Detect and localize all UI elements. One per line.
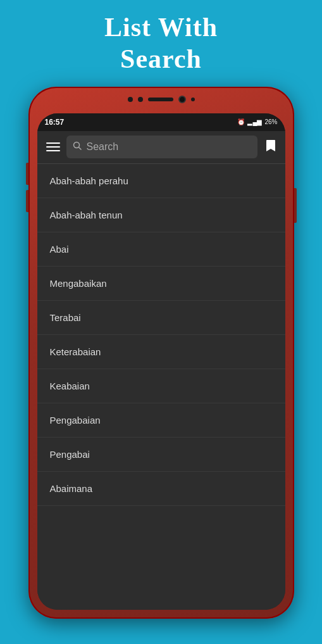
status-icons: ⏰ ▂▄▆ 26% (237, 118, 277, 125)
hamburger-line-1 (46, 142, 60, 144)
top-sensors (128, 96, 195, 103)
list-item[interactable]: Keterabaian (37, 335, 285, 369)
alarm-icon: ⏰ (237, 118, 245, 125)
sensor-dot-2 (138, 97, 143, 102)
front-camera (178, 96, 186, 103)
page-title: List With Search (104, 11, 218, 75)
phone-shell: 16:57 ⏰ ▂▄▆ 26% (28, 87, 294, 619)
list-item[interactable]: Mengabaikan (37, 267, 285, 301)
list-item[interactable]: Terabai (37, 301, 285, 335)
app-bar: Search (37, 131, 285, 164)
list-item[interactable]: Keabaian (37, 369, 285, 403)
list-item[interactable]: Pengabai (37, 438, 285, 472)
status-bar: 16:57 ⏰ ▂▄▆ 26% (37, 113, 285, 131)
search-bar[interactable]: Search (66, 136, 257, 158)
phone-wrapper: 16:57 ⏰ ▂▄▆ 26% (28, 87, 294, 619)
volume-buttons (26, 163, 28, 212)
bookmark-button[interactable] (263, 136, 279, 158)
list-container: Abah-abah perahu Abah-abah tenun Abai Me… (37, 164, 285, 610)
search-placeholder: Search (87, 141, 251, 153)
power-button[interactable] (294, 188, 297, 223)
list-item[interactable]: Abah-abah tenun (37, 198, 285, 232)
hamburger-line-3 (46, 150, 60, 151)
list-item[interactable]: Abaimana (37, 472, 285, 506)
flash-sensor (191, 98, 195, 101)
hamburger-menu-button[interactable] (44, 140, 61, 154)
hamburger-line-2 (46, 146, 60, 148)
list-item[interactable]: Abai (37, 232, 285, 267)
search-icon (73, 141, 82, 153)
status-time: 16:57 (45, 118, 65, 127)
phone-screen: 16:57 ⏰ ▂▄▆ 26% (37, 113, 285, 610)
volume-down-button[interactable] (26, 190, 28, 212)
svg-line-1 (78, 148, 81, 150)
sensor-dot-left (128, 97, 133, 102)
list-item[interactable]: Abah-abah perahu (37, 164, 285, 198)
speaker-bar (148, 98, 173, 101)
volume-up-button[interactable] (26, 163, 28, 185)
list-item[interactable]: Pengabaian (37, 403, 285, 438)
battery-text: 26% (264, 118, 277, 125)
signal-icon: ▂▄▆ (247, 118, 262, 125)
